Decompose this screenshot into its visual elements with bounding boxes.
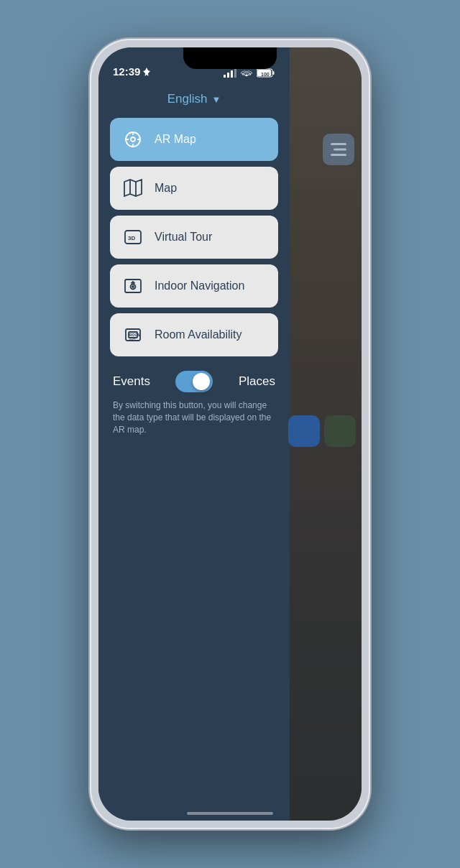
svg-text:234: 234 bbox=[129, 336, 136, 341]
svg-marker-17 bbox=[124, 180, 142, 196]
ar-map-icon bbox=[121, 128, 144, 151]
menu-item-map[interactable]: Map bbox=[110, 167, 278, 210]
location-icon bbox=[143, 68, 150, 76]
status-time: 12:39 bbox=[113, 65, 150, 78]
toggle-hint: By switching this button, you will chang… bbox=[113, 400, 275, 435]
menu-item-virtual-tour[interactable]: 3D Virtual Tour bbox=[110, 216, 278, 259]
toggle-section: Events Places By switching this button, … bbox=[110, 371, 278, 435]
menu-item-room-availability[interactable]: ROOM 234 Room Availability bbox=[110, 313, 278, 356]
language-label: English bbox=[167, 92, 208, 106]
svg-rect-8 bbox=[273, 71, 275, 75]
time-display: 12:39 bbox=[113, 65, 140, 78]
toggle-places-label: Places bbox=[224, 374, 275, 389]
svg-rect-3 bbox=[224, 75, 226, 78]
room-availability-icon: ROOM 234 bbox=[121, 323, 144, 346]
toggle-events-label: Events bbox=[113, 374, 164, 389]
chevron-down-icon: ▼ bbox=[211, 94, 221, 105]
svg-rect-6 bbox=[234, 69, 236, 78]
virtual-tour-label: Virtual Tour bbox=[155, 231, 212, 244]
wifi-icon bbox=[241, 69, 252, 78]
virtual-tour-icon: 3D bbox=[121, 226, 144, 249]
content-area: English ▼ bbox=[98, 82, 290, 821]
svg-point-12 bbox=[131, 137, 135, 142]
home-indicator bbox=[187, 812, 273, 815]
phone-frame: 12:39 bbox=[90, 39, 370, 829]
menu-item-indoor-navigation[interactable]: Indoor Navigation bbox=[110, 264, 278, 308]
menu-list: AR Map Map bbox=[110, 118, 278, 356]
phone-screen: 12:39 bbox=[98, 47, 362, 821]
svg-point-24 bbox=[132, 286, 134, 287]
battery-icon: 100 bbox=[257, 68, 275, 78]
signal-icon bbox=[224, 69, 236, 78]
indoor-nav-label: Indoor Navigation bbox=[155, 280, 244, 292]
map-icon bbox=[121, 177, 144, 200]
background-right bbox=[290, 47, 362, 821]
notch bbox=[183, 47, 277, 69]
indoor-nav-icon bbox=[121, 274, 144, 297]
toggle-knob bbox=[193, 373, 210, 390]
toggle-switch[interactable] bbox=[175, 371, 213, 392]
app-container: 12:39 bbox=[98, 47, 290, 821]
svg-rect-4 bbox=[227, 73, 229, 78]
ar-map-label: AR Map bbox=[155, 133, 196, 146]
language-selector[interactable]: English ▼ bbox=[110, 92, 278, 106]
status-icons: 100 bbox=[224, 68, 275, 78]
svg-rect-5 bbox=[231, 70, 233, 78]
map-label: Map bbox=[155, 182, 177, 195]
toggle-row: Events Places bbox=[113, 371, 275, 392]
room-availability-label: Room Availability bbox=[155, 328, 242, 341]
svg-text:3D: 3D bbox=[128, 235, 135, 241]
menu-item-ar-map[interactable]: AR Map bbox=[110, 118, 278, 161]
svg-text:100: 100 bbox=[261, 72, 270, 77]
svg-point-23 bbox=[131, 285, 136, 290]
